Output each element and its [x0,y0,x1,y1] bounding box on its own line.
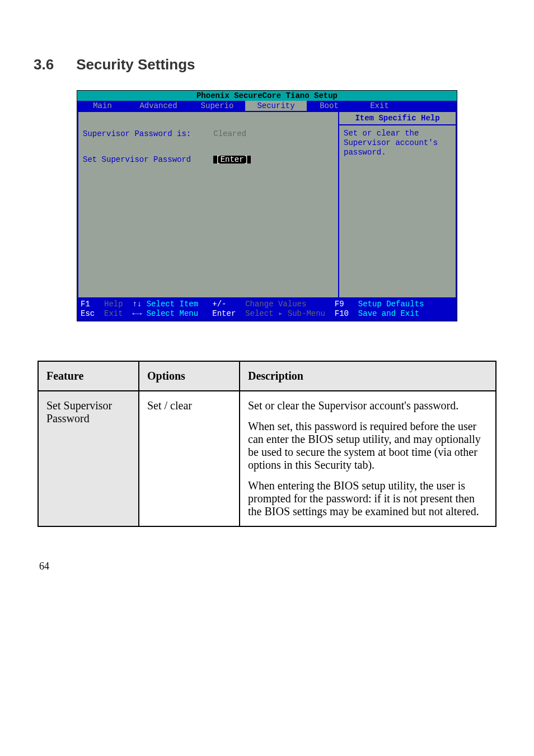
table-row: Set Supervisor Password Set / clear Set … [38,391,496,526]
cell-description: Set or clear the Supervisor account's pa… [240,391,496,526]
footer-label-save-exit: Save and Exit [358,309,419,318]
cell-feature: Set Supervisor Password [38,391,139,526]
footer-key-updown: ↑↓ [132,300,142,309]
description-table: Feature Options Description Set Supervis… [38,361,496,527]
footer-label-select-submenu: Select ▸ Sub-Menu [245,309,325,318]
cell-options: Set / clear [139,391,240,526]
section-title: Security Settings [76,56,195,73]
help-panel-body: Set or clear the Supervisor account's pa… [339,125,456,297]
bios-help-panel: Item Specific Help Set or clear the Supe… [339,111,457,298]
footer-label-select-item: Select Item [147,300,198,309]
footer-key-f10: F10 [335,309,349,318]
bios-screenshot: Phoenix SecureCore Tiano Setup Main Adva… [77,90,457,321]
table-header-row: Feature Options Description [38,361,496,391]
header-options: Options [139,361,240,391]
set-supervisor-password-label: Set Supervisor Password [83,156,191,164]
supervisor-password-status-label: Supervisor Password is: [83,130,191,138]
footer-key-plusminus: +/- [212,300,226,309]
header-description: Description [240,361,496,391]
bios-tab-main[interactable]: Main [77,101,128,111]
bios-tab-superio[interactable]: Superio [189,101,245,111]
bios-tab-boot[interactable]: Boot [307,101,352,111]
footer-key-leftright: ←→ [132,309,142,318]
page-number: 64 [39,561,500,572]
bios-left-panel: Supervisor Password is: Cleared Set Supe… [77,111,339,298]
footer-label-change-values: Change Values [245,300,306,309]
section-heading: 3.6Security Settings [34,56,500,73]
footer-key-enter: Enter [212,309,236,318]
footer-label-setup-defaults: Setup Defaults [358,300,424,309]
footer-key-f1: F1 [81,300,90,309]
bios-tab-exit[interactable]: Exit [352,101,407,111]
bios-title: Phoenix SecureCore Tiano Setup [77,90,457,101]
bios-tab-security[interactable]: Security [245,101,307,111]
footer-label-exit: Exit [104,309,123,318]
desc-p1: Set or clear the Supervisor account's pa… [248,399,488,412]
bios-footer: F1 Help ↑↓ Select Item +/- Change Values… [77,298,457,321]
footer-key-f9: F9 [335,300,344,309]
set-supervisor-password-value[interactable]: [Enter] [213,156,251,164]
bios-tab-advanced[interactable]: Advanced [128,101,189,111]
footer-label-select-menu: Select Menu [147,309,198,318]
help-panel-title: Item Specific Help [339,112,456,125]
section-number: 3.6 [34,56,54,73]
bios-menu-bar: Main Advanced Superio Security Boot Exit [77,101,457,111]
desc-p3: When entering the BIOS setup utility, th… [248,479,488,518]
footer-label-help: Help [104,300,123,309]
desc-p2: When set, this password is required befo… [248,420,488,472]
header-feature: Feature [38,361,139,391]
supervisor-password-status-value: Cleared [213,130,246,138]
footer-key-esc: Esc [81,309,95,318]
